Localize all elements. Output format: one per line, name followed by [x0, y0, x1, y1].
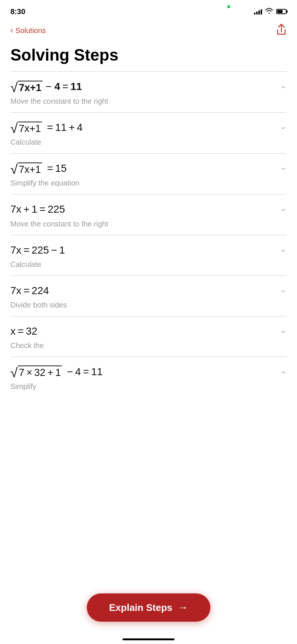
- page-title: Solving Steps: [0, 42, 297, 71]
- chevron-down-icon: ⌄: [280, 203, 287, 213]
- step-3-equation: √ 7x+1 = 15: [10, 161, 272, 176]
- step-6-description: Divide both sides: [10, 301, 272, 309]
- explain-steps-container: Explain Steps →: [87, 593, 210, 622]
- step-4-description: Move the constant to the right: [10, 220, 272, 228]
- step-1-equation: √ 7x+1 − 4 = 11: [10, 79, 272, 94]
- home-indicator: [123, 638, 174, 640]
- step-item-7[interactable]: x = 32 Check the ⌄: [10, 316, 287, 357]
- arrow-icon: →: [177, 602, 188, 614]
- step-3-description: Simplify the equation: [10, 179, 272, 187]
- step-item-4[interactable]: 7x + 1 = 225 Move the constant to the ri…: [10, 194, 287, 235]
- step-1-description: Move the constant to the right: [10, 97, 272, 106]
- chevron-down-icon: ⌄: [280, 162, 287, 172]
- steps-list: √ 7x+1 − 4 = 11 Move the constant to the…: [0, 71, 297, 397]
- step-8-equation: √ 7 × 32 + 1 − 4 = 11: [10, 364, 272, 379]
- step-7-description: Check the: [10, 341, 272, 350]
- signal-dot: [227, 5, 230, 8]
- explain-steps-label: Explain Steps: [109, 602, 173, 614]
- step-item-3[interactable]: √ 7x+1 = 15 Simplify the equation ⌄: [10, 153, 287, 194]
- explain-steps-button[interactable]: Explain Steps →: [87, 593, 210, 622]
- chevron-down-icon: ⌄: [280, 81, 287, 90]
- step-2-equation: √ 7x+1 = 11 + 4: [10, 120, 272, 135]
- step-item-8[interactable]: √ 7 × 32 + 1 − 4 = 11 Simplify ⌄: [10, 357, 287, 397]
- chevron-down-icon: ⌄: [280, 285, 287, 294]
- step-8-description: Simplify: [10, 382, 272, 391]
- step-2-description: Calculate: [10, 138, 272, 146]
- chevron-down-icon: ⌄: [280, 325, 287, 335]
- signal-icon: [254, 9, 262, 15]
- step-7-equation: x = 32: [10, 324, 272, 338]
- wifi-icon: [265, 8, 273, 15]
- back-button[interactable]: ‹ Solutions: [10, 26, 46, 35]
- step-item-6[interactable]: 7x = 224 Divide both sides ⌄: [10, 276, 287, 316]
- chevron-down-icon: ⌄: [280, 122, 287, 131]
- step-5-description: Calculate: [10, 260, 272, 269]
- step-item-2[interactable]: √ 7x+1 = 11 + 4 Calculate ⌄: [10, 112, 287, 153]
- share-button[interactable]: [276, 24, 287, 37]
- nav-bar: ‹ Solutions: [0, 20, 297, 42]
- step-6-equation: 7x = 224: [10, 283, 272, 298]
- step-item-5[interactable]: 7x = 225 − 1 Calculate ⌄: [10, 235, 287, 276]
- status-icons: [254, 8, 287, 15]
- step-4-equation: 7x + 1 = 225: [10, 202, 272, 216]
- chevron-down-icon: ⌄: [280, 366, 287, 376]
- battery-icon: [276, 9, 287, 14]
- step-5-equation: 7x = 225 − 1: [10, 243, 272, 257]
- status-time: 8:30: [10, 7, 25, 16]
- status-bar: 8:30: [0, 0, 297, 20]
- step-item-1[interactable]: √ 7x+1 − 4 = 11 Move the constant to the…: [10, 71, 287, 112]
- back-chevron-icon: ‹: [10, 26, 13, 35]
- chevron-down-icon: ⌄: [280, 244, 287, 254]
- back-label: Solutions: [15, 26, 46, 35]
